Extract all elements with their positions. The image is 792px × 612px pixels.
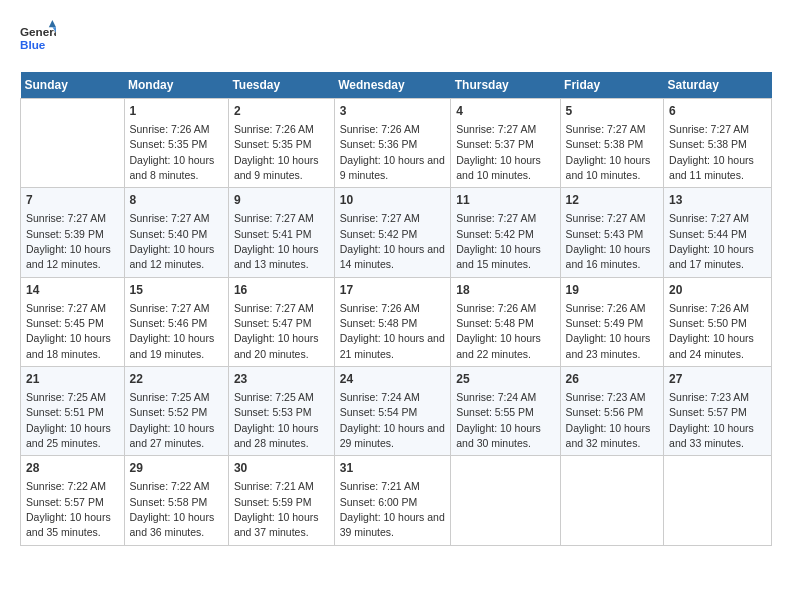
day-number: 7 <box>26 192 119 209</box>
sunset-text: Sunset: 5:48 PM <box>340 317 418 329</box>
daylight-text: Daylight: 10 hours and 36 minutes. <box>130 511 215 538</box>
daylight-text: Daylight: 10 hours and 24 minutes. <box>669 332 754 359</box>
sunrise-text: Sunrise: 7:26 AM <box>456 302 536 314</box>
daylight-text: Daylight: 10 hours and 27 minutes. <box>130 422 215 449</box>
calendar-cell <box>21 99 125 188</box>
day-number: 19 <box>566 282 659 299</box>
column-header-thursday: Thursday <box>451 72 560 99</box>
calendar-cell: 10Sunrise: 7:27 AMSunset: 5:42 PMDayligh… <box>334 188 451 277</box>
day-number: 6 <box>669 103 766 120</box>
day-number: 28 <box>26 460 119 477</box>
day-number: 9 <box>234 192 329 209</box>
sunrise-text: Sunrise: 7:21 AM <box>234 480 314 492</box>
day-number: 20 <box>669 282 766 299</box>
day-number: 31 <box>340 460 446 477</box>
sunset-text: Sunset: 5:45 PM <box>26 317 104 329</box>
calendar-cell: 18Sunrise: 7:26 AMSunset: 5:48 PMDayligh… <box>451 277 560 366</box>
daylight-text: Daylight: 10 hours and 9 minutes. <box>234 154 319 181</box>
daylight-text: Daylight: 10 hours and 20 minutes. <box>234 332 319 359</box>
calendar-week-row: 7Sunrise: 7:27 AMSunset: 5:39 PMDaylight… <box>21 188 772 277</box>
calendar-cell: 22Sunrise: 7:25 AMSunset: 5:52 PMDayligh… <box>124 367 228 456</box>
calendar-cell: 4Sunrise: 7:27 AMSunset: 5:37 PMDaylight… <box>451 99 560 188</box>
sunset-text: Sunset: 5:42 PM <box>340 228 418 240</box>
daylight-text: Daylight: 10 hours and 39 minutes. <box>340 511 445 538</box>
sunrise-text: Sunrise: 7:27 AM <box>26 302 106 314</box>
calendar-cell: 28Sunrise: 7:22 AMSunset: 5:57 PMDayligh… <box>21 456 125 545</box>
calendar-table: SundayMondayTuesdayWednesdayThursdayFrid… <box>20 72 772 546</box>
calendar-cell: 2Sunrise: 7:26 AMSunset: 5:35 PMDaylight… <box>228 99 334 188</box>
sunset-text: Sunset: 5:48 PM <box>456 317 534 329</box>
column-header-saturday: Saturday <box>664 72 772 99</box>
sunset-text: Sunset: 5:37 PM <box>456 138 534 150</box>
calendar-cell: 17Sunrise: 7:26 AMSunset: 5:48 PMDayligh… <box>334 277 451 366</box>
calendar-cell: 1Sunrise: 7:26 AMSunset: 5:35 PMDaylight… <box>124 99 228 188</box>
sunset-text: Sunset: 5:49 PM <box>566 317 644 329</box>
calendar-cell: 27Sunrise: 7:23 AMSunset: 5:57 PMDayligh… <box>664 367 772 456</box>
calendar-cell: 23Sunrise: 7:25 AMSunset: 5:53 PMDayligh… <box>228 367 334 456</box>
calendar-cell: 7Sunrise: 7:27 AMSunset: 5:39 PMDaylight… <box>21 188 125 277</box>
day-number: 18 <box>456 282 554 299</box>
sunrise-text: Sunrise: 7:26 AM <box>234 123 314 135</box>
day-number: 11 <box>456 192 554 209</box>
calendar-cell <box>560 456 664 545</box>
daylight-text: Daylight: 10 hours and 17 minutes. <box>669 243 754 270</box>
sunset-text: Sunset: 6:00 PM <box>340 496 418 508</box>
sunrise-text: Sunrise: 7:25 AM <box>130 391 210 403</box>
daylight-text: Daylight: 10 hours and 30 minutes. <box>456 422 541 449</box>
calendar-cell: 26Sunrise: 7:23 AMSunset: 5:56 PMDayligh… <box>560 367 664 456</box>
sunrise-text: Sunrise: 7:22 AM <box>26 480 106 492</box>
sunrise-text: Sunrise: 7:22 AM <box>130 480 210 492</box>
calendar-week-row: 28Sunrise: 7:22 AMSunset: 5:57 PMDayligh… <box>21 456 772 545</box>
day-number: 17 <box>340 282 446 299</box>
day-number: 12 <box>566 192 659 209</box>
daylight-text: Daylight: 10 hours and 11 minutes. <box>669 154 754 181</box>
day-number: 1 <box>130 103 223 120</box>
calendar-cell: 8Sunrise: 7:27 AMSunset: 5:40 PMDaylight… <box>124 188 228 277</box>
sunset-text: Sunset: 5:50 PM <box>669 317 747 329</box>
sunset-text: Sunset: 5:58 PM <box>130 496 208 508</box>
daylight-text: Daylight: 10 hours and 9 minutes. <box>340 154 445 181</box>
daylight-text: Daylight: 10 hours and 10 minutes. <box>566 154 651 181</box>
sunrise-text: Sunrise: 7:26 AM <box>130 123 210 135</box>
calendar-cell: 31Sunrise: 7:21 AMSunset: 6:00 PMDayligh… <box>334 456 451 545</box>
sunrise-text: Sunrise: 7:27 AM <box>130 302 210 314</box>
day-number: 2 <box>234 103 329 120</box>
sunset-text: Sunset: 5:42 PM <box>456 228 534 240</box>
daylight-text: Daylight: 10 hours and 10 minutes. <box>456 154 541 181</box>
daylight-text: Daylight: 10 hours and 28 minutes. <box>234 422 319 449</box>
sunset-text: Sunset: 5:55 PM <box>456 406 534 418</box>
calendar-cell: 6Sunrise: 7:27 AMSunset: 5:38 PMDaylight… <box>664 99 772 188</box>
sunrise-text: Sunrise: 7:27 AM <box>669 123 749 135</box>
sunset-text: Sunset: 5:53 PM <box>234 406 312 418</box>
day-number: 16 <box>234 282 329 299</box>
sunset-text: Sunset: 5:44 PM <box>669 228 747 240</box>
sunrise-text: Sunrise: 7:27 AM <box>130 212 210 224</box>
day-number: 10 <box>340 192 446 209</box>
calendar-cell: 14Sunrise: 7:27 AMSunset: 5:45 PMDayligh… <box>21 277 125 366</box>
sunrise-text: Sunrise: 7:26 AM <box>340 302 420 314</box>
sunrise-text: Sunrise: 7:27 AM <box>340 212 420 224</box>
sunrise-text: Sunrise: 7:23 AM <box>566 391 646 403</box>
calendar-cell: 19Sunrise: 7:26 AMSunset: 5:49 PMDayligh… <box>560 277 664 366</box>
day-number: 8 <box>130 192 223 209</box>
sunset-text: Sunset: 5:36 PM <box>340 138 418 150</box>
logo: General Blue <box>20 20 56 56</box>
sunrise-text: Sunrise: 7:27 AM <box>669 212 749 224</box>
column-header-monday: Monday <box>124 72 228 99</box>
sunset-text: Sunset: 5:59 PM <box>234 496 312 508</box>
calendar-cell: 30Sunrise: 7:21 AMSunset: 5:59 PMDayligh… <box>228 456 334 545</box>
day-number: 25 <box>456 371 554 388</box>
daylight-text: Daylight: 10 hours and 13 minutes. <box>234 243 319 270</box>
sunrise-text: Sunrise: 7:26 AM <box>566 302 646 314</box>
day-number: 23 <box>234 371 329 388</box>
day-number: 13 <box>669 192 766 209</box>
column-header-friday: Friday <box>560 72 664 99</box>
sunset-text: Sunset: 5:52 PM <box>130 406 208 418</box>
sunset-text: Sunset: 5:41 PM <box>234 228 312 240</box>
sunset-text: Sunset: 5:38 PM <box>669 138 747 150</box>
daylight-text: Daylight: 10 hours and 21 minutes. <box>340 332 445 359</box>
daylight-text: Daylight: 10 hours and 23 minutes. <box>566 332 651 359</box>
daylight-text: Daylight: 10 hours and 19 minutes. <box>130 332 215 359</box>
calendar-cell: 11Sunrise: 7:27 AMSunset: 5:42 PMDayligh… <box>451 188 560 277</box>
daylight-text: Daylight: 10 hours and 32 minutes. <box>566 422 651 449</box>
